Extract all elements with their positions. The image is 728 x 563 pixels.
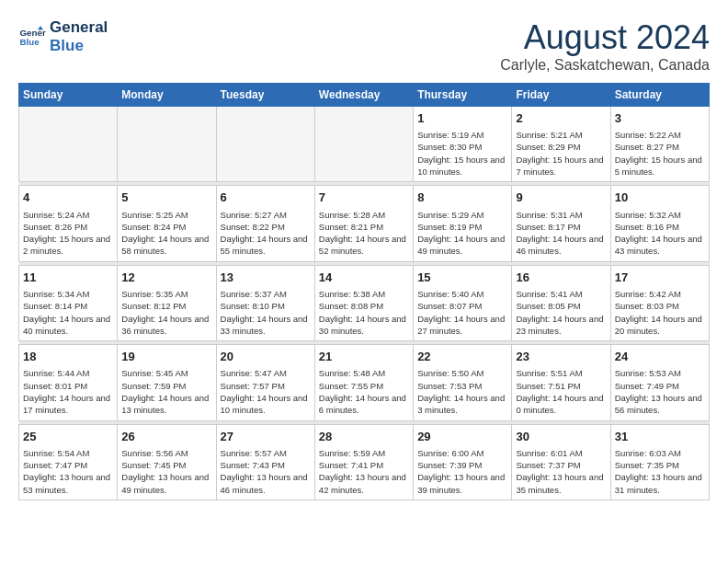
calendar-cell xyxy=(314,107,413,182)
day-number: 2 xyxy=(516,110,606,127)
calendar-cell: 27Sunrise: 5:57 AM Sunset: 7:43 PM Dayli… xyxy=(216,424,314,500)
calendar-cell: 12Sunrise: 5:35 AM Sunset: 8:12 PM Dayli… xyxy=(118,265,216,340)
day-info: Sunrise: 5:25 AM Sunset: 8:24 PM Dayligh… xyxy=(121,209,211,258)
day-info: Sunrise: 5:27 AM Sunset: 8:22 PM Dayligh… xyxy=(221,209,311,258)
day-number: 17 xyxy=(615,270,705,286)
weekday-header: Friday xyxy=(512,84,610,107)
day-number: 11 xyxy=(23,270,113,286)
day-number: 30 xyxy=(516,429,606,445)
day-number: 10 xyxy=(615,190,705,206)
calendar-cell: 11Sunrise: 5:34 AM Sunset: 8:14 PM Dayli… xyxy=(19,265,118,340)
calendar-cell: 23Sunrise: 5:51 AM Sunset: 7:51 PM Dayli… xyxy=(512,345,610,420)
day-number: 5 xyxy=(121,190,211,206)
day-info: Sunrise: 5:32 AM Sunset: 8:16 PM Dayligh… xyxy=(615,209,705,258)
title-block: August 2024 Carlyle, Saskatchewan, Canad… xyxy=(500,18,710,74)
weekday-header: Thursday xyxy=(414,84,512,107)
day-info: Sunrise: 5:40 AM Sunset: 8:07 PM Dayligh… xyxy=(417,288,507,337)
day-number: 28 xyxy=(319,429,409,445)
day-number: 26 xyxy=(121,429,211,445)
calendar-cell: 13Sunrise: 5:37 AM Sunset: 8:10 PM Dayli… xyxy=(216,265,314,340)
day-number: 9 xyxy=(516,190,606,206)
day-number: 31 xyxy=(615,429,705,445)
calendar-cell xyxy=(19,107,118,182)
day-info: Sunrise: 5:50 AM Sunset: 7:53 PM Dayligh… xyxy=(417,367,507,416)
calendar-cell: 22Sunrise: 5:50 AM Sunset: 7:53 PM Dayli… xyxy=(414,345,512,420)
weekday-header: Monday xyxy=(118,84,216,107)
logo: General Blue General Blue xyxy=(18,18,108,55)
day-info: Sunrise: 5:41 AM Sunset: 8:05 PM Dayligh… xyxy=(516,288,606,337)
calendar-week-row: 4Sunrise: 5:24 AM Sunset: 8:26 PM Daylig… xyxy=(19,186,710,261)
day-info: Sunrise: 5:48 AM Sunset: 7:55 PM Dayligh… xyxy=(319,367,409,416)
month-title: August 2024 xyxy=(500,18,710,57)
day-number: 29 xyxy=(417,429,507,445)
weekday-header: Saturday xyxy=(610,84,709,107)
day-info: Sunrise: 6:03 AM Sunset: 7:35 PM Dayligh… xyxy=(615,447,705,496)
day-info: Sunrise: 5:44 AM Sunset: 8:01 PM Dayligh… xyxy=(23,367,113,416)
day-number: 21 xyxy=(319,349,409,365)
day-info: Sunrise: 5:34 AM Sunset: 8:14 PM Dayligh… xyxy=(23,288,113,337)
calendar-cell: 3Sunrise: 5:22 AM Sunset: 8:27 PM Daylig… xyxy=(610,107,709,182)
calendar-cell: 31Sunrise: 6:03 AM Sunset: 7:35 PM Dayli… xyxy=(610,424,709,500)
calendar-cell: 5Sunrise: 5:25 AM Sunset: 8:24 PM Daylig… xyxy=(118,186,216,261)
location-title: Carlyle, Saskatchewan, Canada xyxy=(500,57,710,74)
day-number: 3 xyxy=(615,110,705,127)
day-number: 24 xyxy=(615,349,705,365)
calendar-header-row: SundayMondayTuesdayWednesdayThursdayFrid… xyxy=(19,84,710,107)
day-info: Sunrise: 5:29 AM Sunset: 8:19 PM Dayligh… xyxy=(417,209,507,258)
calendar-week-row: 18Sunrise: 5:44 AM Sunset: 8:01 PM Dayli… xyxy=(19,345,710,420)
calendar-cell: 9Sunrise: 5:31 AM Sunset: 8:17 PM Daylig… xyxy=(512,186,610,261)
day-info: Sunrise: 5:38 AM Sunset: 8:08 PM Dayligh… xyxy=(319,288,409,337)
logo-icon: General Blue xyxy=(18,23,46,51)
day-number: 6 xyxy=(221,190,311,206)
calendar-cell: 25Sunrise: 5:54 AM Sunset: 7:47 PM Dayli… xyxy=(19,424,118,500)
day-info: Sunrise: 5:21 AM Sunset: 8:29 PM Dayligh… xyxy=(516,129,606,178)
calendar-cell: 29Sunrise: 6:00 AM Sunset: 7:39 PM Dayli… xyxy=(414,424,512,500)
day-info: Sunrise: 6:01 AM Sunset: 7:37 PM Dayligh… xyxy=(516,447,606,496)
day-info: Sunrise: 5:24 AM Sunset: 8:26 PM Dayligh… xyxy=(23,209,113,258)
calendar-cell xyxy=(118,107,216,182)
calendar-cell: 7Sunrise: 5:28 AM Sunset: 8:21 PM Daylig… xyxy=(314,186,413,261)
logo-general: General xyxy=(50,18,108,37)
calendar-week-row: 25Sunrise: 5:54 AM Sunset: 7:47 PM Dayli… xyxy=(19,424,710,500)
day-info: Sunrise: 5:51 AM Sunset: 7:51 PM Dayligh… xyxy=(516,367,606,416)
weekday-header: Sunday xyxy=(19,84,118,107)
calendar-cell: 4Sunrise: 5:24 AM Sunset: 8:26 PM Daylig… xyxy=(19,186,118,261)
page-header: General Blue General Blue August 2024 Ca… xyxy=(18,18,710,74)
day-number: 19 xyxy=(121,349,211,365)
calendar-cell: 15Sunrise: 5:40 AM Sunset: 8:07 PM Dayli… xyxy=(414,265,512,340)
day-number: 18 xyxy=(23,349,113,365)
day-info: Sunrise: 5:22 AM Sunset: 8:27 PM Dayligh… xyxy=(615,129,705,178)
day-info: Sunrise: 5:53 AM Sunset: 7:49 PM Dayligh… xyxy=(615,367,705,416)
weekday-header: Wednesday xyxy=(314,84,413,107)
day-number: 12 xyxy=(121,270,211,286)
day-number: 4 xyxy=(23,190,113,206)
day-number: 27 xyxy=(221,429,311,445)
day-info: Sunrise: 5:47 AM Sunset: 7:57 PM Dayligh… xyxy=(221,367,311,416)
day-number: 16 xyxy=(516,270,606,286)
day-info: Sunrise: 5:35 AM Sunset: 8:12 PM Dayligh… xyxy=(121,288,211,337)
calendar-table: SundayMondayTuesdayWednesdayThursdayFrid… xyxy=(18,83,710,500)
logo-blue: Blue xyxy=(50,37,108,55)
day-info: Sunrise: 5:54 AM Sunset: 7:47 PM Dayligh… xyxy=(23,447,113,496)
calendar-cell: 6Sunrise: 5:27 AM Sunset: 8:22 PM Daylig… xyxy=(216,186,314,261)
calendar-cell: 2Sunrise: 5:21 AM Sunset: 8:29 PM Daylig… xyxy=(512,107,610,182)
day-number: 15 xyxy=(417,270,507,286)
calendar-week-row: 1Sunrise: 5:19 AM Sunset: 8:30 PM Daylig… xyxy=(19,107,710,182)
calendar-cell: 18Sunrise: 5:44 AM Sunset: 8:01 PM Dayli… xyxy=(19,345,118,420)
day-number: 7 xyxy=(319,190,409,206)
day-number: 8 xyxy=(417,190,507,206)
day-info: Sunrise: 6:00 AM Sunset: 7:39 PM Dayligh… xyxy=(417,447,507,496)
day-info: Sunrise: 5:31 AM Sunset: 8:17 PM Dayligh… xyxy=(516,209,606,258)
day-number: 23 xyxy=(516,349,606,365)
day-number: 20 xyxy=(221,349,311,365)
day-info: Sunrise: 5:45 AM Sunset: 7:59 PM Dayligh… xyxy=(121,367,211,416)
calendar-cell xyxy=(216,107,314,182)
calendar-week-row: 11Sunrise: 5:34 AM Sunset: 8:14 PM Dayli… xyxy=(19,265,710,340)
calendar-cell: 14Sunrise: 5:38 AM Sunset: 8:08 PM Dayli… xyxy=(314,265,413,340)
day-info: Sunrise: 5:59 AM Sunset: 7:41 PM Dayligh… xyxy=(319,447,409,496)
day-info: Sunrise: 5:56 AM Sunset: 7:45 PM Dayligh… xyxy=(121,447,211,496)
day-info: Sunrise: 5:57 AM Sunset: 7:43 PM Dayligh… xyxy=(221,447,311,496)
day-info: Sunrise: 5:28 AM Sunset: 8:21 PM Dayligh… xyxy=(319,209,409,258)
calendar-cell: 17Sunrise: 5:42 AM Sunset: 8:03 PM Dayli… xyxy=(610,265,709,340)
day-number: 1 xyxy=(417,110,507,127)
